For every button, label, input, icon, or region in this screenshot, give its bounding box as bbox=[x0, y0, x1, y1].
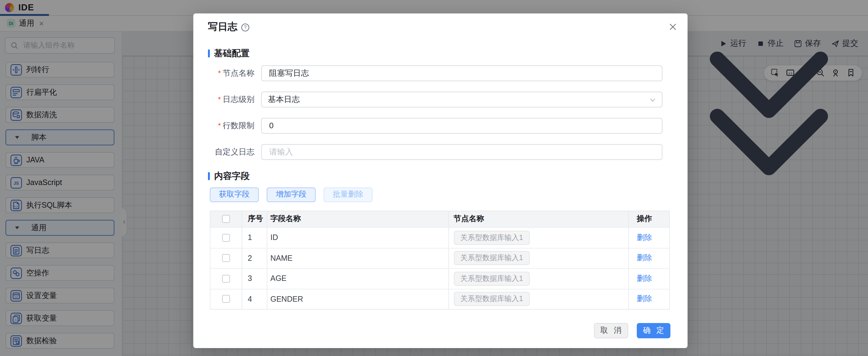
table-header-row: 序号 字段名称 节点名称 操作 bbox=[210, 211, 669, 227]
custom-log-field[interactable] bbox=[261, 144, 662, 160]
row-index: 3 bbox=[242, 269, 267, 288]
log-level-select[interactable]: 基本日志 bbox=[261, 91, 662, 107]
row-checkbox[interactable] bbox=[222, 254, 230, 262]
section-accent-bar bbox=[208, 172, 210, 180]
delete-link[interactable]: 删除 bbox=[637, 274, 652, 284]
dialog-title: 写日志 bbox=[208, 21, 237, 34]
get-fields-button[interactable]: 获取字段 bbox=[210, 187, 259, 202]
log-level-value: 基本日志 bbox=[268, 94, 300, 105]
field-name: GENDER bbox=[267, 289, 449, 309]
close-icon[interactable] bbox=[668, 22, 677, 31]
form-row-log-level: 日志级别 基本日志 bbox=[193, 91, 687, 107]
cancel-button[interactable]: 取 消 bbox=[594, 323, 628, 338]
col-header-index: 序号 bbox=[242, 211, 267, 227]
log-level-label: 日志级别 bbox=[193, 94, 261, 105]
node-name-field[interactable] bbox=[261, 65, 662, 81]
col-header-node: 节点名称 bbox=[449, 211, 629, 227]
row-checkbox[interactable] bbox=[222, 295, 230, 303]
form-row-node-name: 节点名称 bbox=[193, 65, 687, 81]
row-index: 1 bbox=[242, 228, 267, 248]
form-row-row-limit: 行数限制 bbox=[193, 117, 687, 134]
node-name-tag: 关系型数据库输入1 bbox=[454, 292, 530, 306]
batch-delete-button[interactable]: 批量删除 bbox=[323, 187, 373, 202]
write-log-dialog: 写日志 ? 基础配置 节点名称 日志级别 基本日志 行数限制 bbox=[193, 13, 687, 348]
table-row: 4GENDER关系型数据库输入1删除 bbox=[210, 288, 669, 309]
row-limit-input[interactable] bbox=[268, 120, 655, 131]
delete-link[interactable]: 删除 bbox=[637, 294, 652, 305]
add-field-button[interactable]: 增加字段 bbox=[267, 187, 316, 202]
help-icon[interactable]: ? bbox=[241, 23, 250, 32]
node-name-tag: 关系型数据库输入1 bbox=[454, 231, 530, 245]
field-name: NAME bbox=[267, 248, 449, 268]
row-limit-label: 行数限制 bbox=[193, 120, 261, 131]
row-index: 2 bbox=[242, 248, 267, 268]
col-header-field: 字段名称 bbox=[267, 211, 449, 227]
ide-app: IDE DI 通用 × 列转行行扁平化数据清洗脚本JAVAJSJavaScrip… bbox=[0, 0, 868, 356]
row-index: 4 bbox=[242, 289, 267, 309]
svg-text:?: ? bbox=[244, 25, 247, 30]
row-limit-field[interactable] bbox=[261, 117, 662, 134]
custom-log-label: 自定义日志 bbox=[193, 146, 261, 157]
delete-link[interactable]: 删除 bbox=[637, 233, 652, 243]
row-checkbox[interactable] bbox=[222, 234, 230, 242]
node-name-tag: 关系型数据库输入1 bbox=[454, 272, 530, 286]
table-row: 2NAME关系型数据库输入1删除 bbox=[210, 248, 669, 268]
table-row: 3AGE关系型数据库输入1删除 bbox=[210, 268, 669, 288]
section-title-content: 内容字段 bbox=[214, 170, 250, 182]
table-body: 1ID关系型数据库输入1删除2NAME关系型数据库输入1删除3AGE关系型数据库… bbox=[210, 227, 669, 309]
form-row-custom-log: 自定义日志 bbox=[193, 144, 687, 160]
row-checkbox[interactable] bbox=[222, 275, 230, 283]
select-all-checkbox[interactable] bbox=[222, 215, 230, 223]
node-name-input[interactable] bbox=[268, 68, 655, 78]
delete-link[interactable]: 删除 bbox=[637, 253, 652, 263]
node-name-label: 节点名称 bbox=[193, 68, 261, 78]
custom-log-input[interactable] bbox=[268, 147, 655, 157]
section-accent-bar bbox=[208, 49, 210, 58]
node-name-tag: 关系型数据库输入1 bbox=[454, 251, 530, 265]
fields-table: 序号 字段名称 节点名称 操作 1ID关系型数据库输入1删除2NAME关系型数据… bbox=[210, 210, 670, 310]
field-name: ID bbox=[267, 228, 449, 248]
section-title-basic: 基础配置 bbox=[214, 48, 250, 59]
chevron-down-icon bbox=[649, 96, 656, 104]
col-header-action: 操作 bbox=[629, 211, 669, 227]
table-row: 1ID关系型数据库输入1删除 bbox=[210, 227, 669, 248]
confirm-button[interactable]: 确 定 bbox=[637, 323, 671, 338]
field-name: AGE bbox=[267, 269, 449, 288]
